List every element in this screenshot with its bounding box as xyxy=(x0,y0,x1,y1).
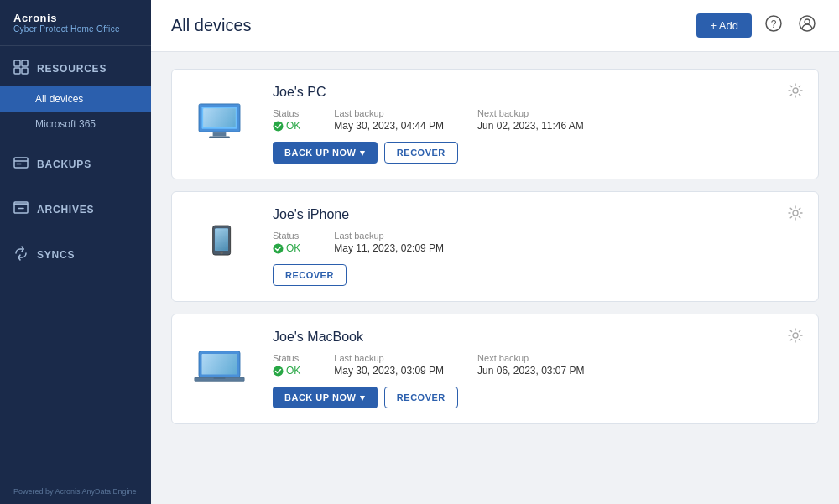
main-content: All devices + Add ? xyxy=(151,0,839,504)
user-button[interactable] xyxy=(795,12,819,39)
sidebar-item-all-devices[interactable]: All devices xyxy=(0,86,151,112)
logo-title: Acronis xyxy=(13,12,138,24)
next-backup-label: Next backup xyxy=(477,353,584,363)
status-value: OK xyxy=(273,242,300,254)
status-label: Status xyxy=(273,353,300,363)
gear-icon xyxy=(788,83,803,98)
last-backup-group-joes-iphone: Last backup May 11, 2023, 02:09 PM xyxy=(334,231,444,254)
user-icon xyxy=(799,15,816,32)
device-actions-joes-pc: BACK UP NOW ▾ RECOVER xyxy=(273,142,801,164)
devices-container: Joe's PC Status OK Last backup May 30, 2… xyxy=(151,52,839,441)
next-backup-group-joes-pc: Next backup Jun 02, 2023, 11:46 AM xyxy=(477,108,584,132)
help-icon: ? xyxy=(765,15,782,32)
last-backup-group-joes-macbook: Last backup May 30, 2023, 03:09 PM xyxy=(334,353,444,377)
device-name-joes-macbook: Joe's MacBook xyxy=(273,330,801,345)
settings-button-joes-pc[interactable] xyxy=(786,81,805,103)
sidebar-item-microsoft-365[interactable]: Microsoft 365 xyxy=(0,112,151,137)
device-info-joes-macbook: Joe's MacBook Status OK Last backup May … xyxy=(273,330,801,408)
next-backup-value: Jun 06, 2023, 03:07 PM xyxy=(477,365,584,377)
ok-icon xyxy=(273,243,284,254)
device-card-joes-macbook: Joe's MacBook Status OK Last backup May … xyxy=(171,314,819,424)
svg-rect-29 xyxy=(202,354,237,375)
sidebar-item-resources[interactable]: RESOURCES xyxy=(0,51,151,86)
sidebar-archives-section: ARCHIVES xyxy=(0,187,151,232)
last-backup-value: May 30, 2023, 04:44 PM xyxy=(334,120,444,132)
last-backup-group-joes-pc: Last backup May 30, 2023, 04:44 PM xyxy=(334,108,444,132)
archives-icon xyxy=(13,200,29,219)
last-backup-label: Last backup xyxy=(334,353,444,363)
svg-rect-0 xyxy=(14,60,20,66)
status-group-joes-pc: Status OK xyxy=(273,108,300,132)
device-name-joes-pc: Joe's PC xyxy=(273,85,801,100)
backup-now-button-joes-pc[interactable]: BACK UP NOW ▾ xyxy=(273,142,378,164)
sidebar: Acronis Cyber Protect Home Office RESOUR… xyxy=(0,0,151,504)
svg-point-25 xyxy=(220,252,223,255)
main-header: All devices + Add ? xyxy=(151,0,839,52)
archives-label: ARCHIVES xyxy=(37,204,94,216)
svg-rect-4 xyxy=(14,158,28,168)
syncs-icon xyxy=(13,246,29,264)
device-stats-joes-macbook: Status OK Last backup May 30, 2023, 03:0… xyxy=(273,353,801,377)
device-icon-iphone xyxy=(189,221,256,272)
help-button[interactable]: ? xyxy=(762,12,785,39)
gear-icon xyxy=(788,205,803,221)
add-button[interactable]: + Add xyxy=(696,13,752,38)
svg-rect-2 xyxy=(22,60,28,66)
last-backup-label: Last backup xyxy=(334,231,444,241)
device-info-joes-pc: Joe's PC Status OK Last backup May 30, 2… xyxy=(273,85,801,164)
recover-button-joes-iphone[interactable]: RECOVER xyxy=(273,264,347,286)
resources-label: RESOURCES xyxy=(37,63,107,75)
last-backup-value: May 11, 2023, 02:09 PM xyxy=(334,242,444,254)
last-backup-label: Last backup xyxy=(334,108,444,118)
sidebar-footer: Powered by Acronis AnyData Engine xyxy=(0,479,151,504)
status-value: OK xyxy=(273,120,300,132)
recover-button-joes-macbook[interactable]: RECOVER xyxy=(384,387,458,408)
page-title: All devices xyxy=(171,16,252,35)
device-info-joes-iphone: Joe's iPhone Status OK Last backup May 1… xyxy=(273,207,801,286)
resources-icon xyxy=(13,60,29,78)
next-backup-label: Next backup xyxy=(477,108,584,118)
sidebar-item-archives[interactable]: ARCHIVES xyxy=(0,192,151,227)
svg-rect-24 xyxy=(215,229,228,251)
backups-icon xyxy=(13,155,29,174)
device-actions-joes-macbook: BACK UP NOW ▾ RECOVER xyxy=(273,387,801,408)
svg-point-27 xyxy=(793,210,798,216)
svg-rect-17 xyxy=(209,136,230,138)
ok-icon xyxy=(273,121,284,132)
sidebar-syncs-section: SYNCS xyxy=(0,232,151,278)
settings-button-joes-iphone[interactable] xyxy=(786,204,805,226)
settings-button-joes-macbook[interactable] xyxy=(786,326,805,348)
device-card-joes-iphone: Joe's iPhone Status OK Last backup May 1… xyxy=(171,191,819,302)
syncs-label: SYNCS xyxy=(37,249,75,261)
status-label: Status xyxy=(273,108,300,118)
status-value: OK xyxy=(273,365,300,377)
svg-point-13 xyxy=(805,19,810,24)
svg-rect-16 xyxy=(213,132,227,136)
next-backup-value: Jun 02, 2023, 11:46 AM xyxy=(477,120,584,132)
last-backup-value: May 30, 2023, 03:09 PM xyxy=(334,365,444,377)
next-backup-group-joes-macbook: Next backup Jun 06, 2023, 03:07 PM xyxy=(477,353,584,377)
backups-label: BACKUPS xyxy=(37,158,91,170)
device-name-joes-iphone: Joe's iPhone xyxy=(273,207,801,222)
gear-icon xyxy=(788,328,803,343)
logo-subtitle: Cyber Protect Home Office xyxy=(13,24,138,34)
sidebar-item-backups[interactable]: BACKUPS xyxy=(0,147,151,182)
svg-point-33 xyxy=(793,333,798,338)
device-icon-macbook xyxy=(189,344,256,394)
recover-button-joes-pc[interactable]: RECOVER xyxy=(384,142,458,164)
header-actions: + Add ? xyxy=(696,12,819,39)
device-icon-pc xyxy=(189,99,256,149)
sidebar-item-syncs[interactable]: SYNCS xyxy=(0,237,151,273)
dropdown-arrow-icon: ▾ xyxy=(360,148,366,158)
svg-rect-3 xyxy=(22,68,28,74)
svg-rect-1 xyxy=(14,68,20,74)
dropdown-arrow-icon: ▾ xyxy=(360,392,366,403)
backup-now-button-joes-macbook[interactable]: BACK UP NOW ▾ xyxy=(273,387,378,408)
svg-point-21 xyxy=(793,88,798,93)
device-stats-joes-iphone: Status OK Last backup May 11, 2023, 02:0… xyxy=(273,231,801,254)
ok-icon xyxy=(273,366,284,377)
sidebar-resources-section: RESOURCES All devices Microsoft 365 xyxy=(0,46,151,142)
svg-text:?: ? xyxy=(771,18,777,30)
status-label: Status xyxy=(273,231,300,241)
device-card-joes-pc: Joe's PC Status OK Last backup May 30, 2… xyxy=(171,69,819,179)
